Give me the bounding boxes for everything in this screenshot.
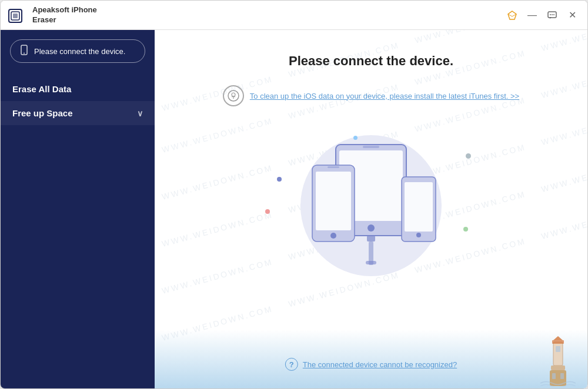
title-bar-left: Apeaksoft iPhone Eraser [8,5,97,25]
svg-rect-28 [553,342,563,365]
dot-purple-right [466,153,471,159]
svg-rect-34 [552,373,556,379]
sidebar-item-label: Erase All Data [12,84,71,94]
svg-marker-4 [508,11,516,16]
sidebar: Please connect the device. Erase All Dat… [1,30,155,388]
devices-svg [289,133,453,286]
dot-blue-left [277,177,282,182]
content-area: WWW.WEIDOWN.COM WWW.WEIDOWN.COM WWW.WEID… [155,30,587,388]
itunes-download-link[interactable]: To clean up the iOS data on your device,… [250,92,519,100]
chat-button[interactable] [544,7,560,24]
svg-rect-21 [328,166,339,168]
sidebar-item-label: Free up Space [12,108,73,118]
question-icon: ? [285,358,298,371]
device-illustration [259,124,483,294]
svg-point-8 [553,14,554,15]
svg-point-16 [368,224,375,232]
svg-marker-3 [508,11,516,19]
itunes-icon [223,85,244,106]
page-title: Please connect the device. [289,53,453,69]
svg-rect-32 [551,365,565,370]
svg-rect-23 [405,182,433,232]
svg-point-10 [24,53,25,54]
dot-green-right [463,227,468,232]
svg-rect-17 [363,146,379,148]
title-bar-controls: — ✕ [504,7,580,24]
svg-point-12 [232,93,235,96]
minimize-button[interactable]: — [524,7,540,24]
bottom-link-container: ? The connected device cannot be recogni… [285,358,457,371]
device-not-recognized-link[interactable]: The connected device cannot be recognize… [303,360,457,369]
svg-point-24 [416,233,421,237]
lighthouse-decoration [540,333,576,388]
premium-button[interactable] [504,7,520,24]
svg-rect-19 [316,172,351,230]
close-button[interactable]: ✕ [564,7,580,24]
phone-icon [19,45,29,58]
title-bar: Apeaksoft iPhone Eraser — [1,1,587,30]
svg-rect-2 [13,14,18,18]
svg-point-11 [228,90,239,101]
connect-btn-label: Please connect the device. [34,47,125,56]
chevron-down-icon: ∨ [137,109,143,118]
sidebar-item-erase-all-data[interactable]: Erase All Data [1,77,155,101]
dot-pink-left [265,209,270,214]
svg-rect-31 [556,346,560,352]
sidebar-nav: Erase All Data Free up Space ∨ [1,77,155,125]
app-title: Apeaksoft iPhone Eraser [32,5,97,25]
svg-marker-30 [553,336,563,340]
svg-rect-27 [366,261,376,264]
svg-point-20 [330,233,336,239]
itunes-notice: To clean up the iOS data on your device,… [223,85,519,106]
connect-device-button[interactable]: Please connect the device. [10,39,145,63]
svg-point-6 [550,14,551,15]
svg-rect-29 [552,340,564,344]
sidebar-item-free-up-space[interactable]: Free up Space ∨ [1,101,155,125]
svg-point-7 [552,14,553,15]
main-layout: Please connect the device. Erase All Dat… [1,30,587,388]
dot-blue-top [353,136,358,140]
app-logo-icon [8,6,26,25]
app-window: Apeaksoft iPhone Eraser — [0,0,588,389]
svg-rect-35 [560,373,564,379]
svg-rect-25 [367,236,375,242]
